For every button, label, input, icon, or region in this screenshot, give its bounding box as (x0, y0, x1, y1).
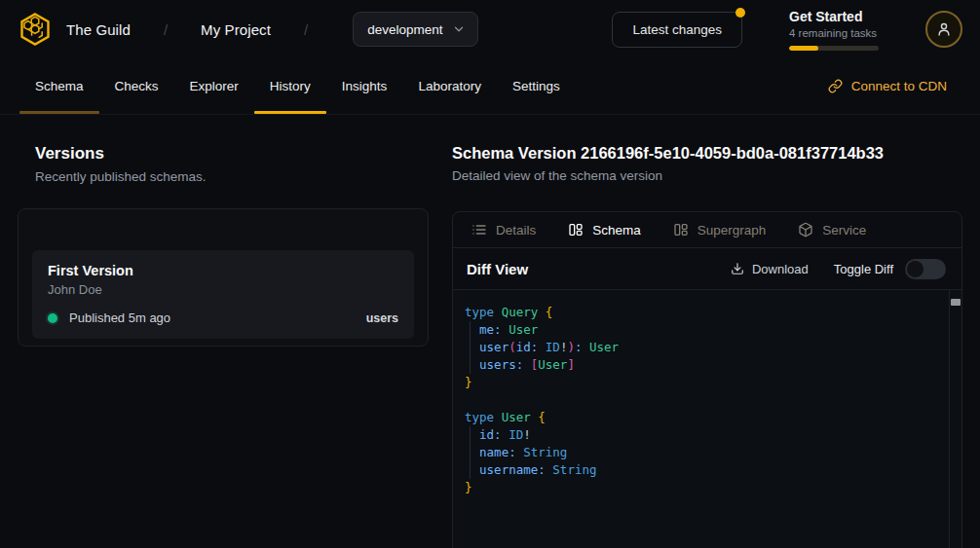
breadcrumb-separator: / (304, 21, 308, 38)
toggle-diff-switch[interactable] (905, 259, 946, 279)
version-name: First Version (48, 263, 398, 278)
version-card[interactable]: First Version John Doe Published 5m ago … (32, 250, 414, 339)
nav-tab-label: Schema (35, 79, 84, 93)
detail-tab-service[interactable]: Service (798, 222, 866, 237)
target-selector[interactable]: development (353, 12, 478, 47)
breadcrumb-separator: / (164, 21, 168, 38)
code-line: } (465, 479, 950, 496)
detail-tabs: DetailsSchemaSupergraphService (453, 212, 961, 248)
toggle-diff-label: Toggle Diff (834, 262, 893, 276)
get-started-progressbar (789, 46, 879, 51)
link-icon (828, 79, 843, 93)
connect-to-cdn-label: Connect to CDN (851, 79, 947, 93)
nav-tab-label: Checks (115, 79, 159, 93)
versions-title: Versions (35, 144, 429, 164)
code-line: type Query { (465, 304, 950, 321)
indent-guide (470, 321, 471, 374)
nav-tab-laboratory[interactable]: Laboratory (402, 58, 497, 114)
latest-changes-label: Latest changes (632, 22, 722, 37)
connect-to-cdn-button[interactable]: Connect to CDN (828, 79, 947, 93)
layout-icon (568, 222, 584, 237)
version-author: John Doe (48, 282, 398, 297)
detail-tab-supergraph[interactable]: Supergraph (673, 222, 767, 237)
app-header: The Guild / My Project / development Lat… (0, 0, 980, 58)
code-scrollbar-track (949, 290, 950, 548)
code-line: name: String (465, 444, 950, 461)
notification-dot (735, 8, 745, 18)
hive-logo-icon[interactable] (18, 12, 53, 47)
target-selector-value: development (367, 22, 442, 37)
get-started-progress-fill (789, 46, 818, 51)
code-line: users: [User] (465, 356, 950, 374)
nav-tab-explorer[interactable]: Explorer (174, 58, 254, 114)
detail-tab-details[interactable]: Details (471, 222, 536, 237)
versions-subtitle: Recently published schemas. (35, 169, 429, 184)
code-line: me: User (465, 321, 950, 339)
version-status: Published 5m ago (69, 311, 170, 325)
code-line: user(id: ID!): User (465, 339, 950, 356)
active-tab-underline (254, 111, 326, 114)
active-tab-underline (19, 111, 99, 114)
detail-tab-label: Supergraph (697, 223, 767, 237)
nav-tab-label: Insights (342, 79, 388, 93)
nav-tabs: SchemaChecksExplorerHistoryInsightsLabor… (19, 58, 576, 114)
code-line (465, 391, 950, 409)
header-right-group: Latest changes Get Started 4 remaining t… (612, 9, 962, 51)
detail-tab-label: Schema (592, 223, 641, 237)
schema-version-panel: DetailsSchemaSupergraphService Diff View… (452, 211, 962, 548)
indent-guide (470, 426, 471, 479)
schema-version-title: Schema Version 2166196f-5e10-4059-bd0a-0… (452, 144, 962, 163)
published-status-icon (48, 313, 57, 323)
breadcrumb-org[interactable]: The Guild (66, 21, 131, 38)
version-detail-column: Schema Version 2166196f-5e10-4059-bd0a-0… (452, 115, 980, 548)
code-line: id: ID! (465, 426, 950, 444)
code-scrollbar-thumb[interactable] (951, 299, 961, 306)
chevron-down-icon (452, 22, 466, 36)
schema-version-subtitle: Detailed view of the schema version (452, 168, 962, 183)
code-line: username: String (465, 461, 950, 479)
versions-column: Versions Recently published schemas. Fir… (0, 115, 452, 548)
main-content: Versions Recently published schemas. Fir… (0, 115, 980, 548)
download-icon (731, 262, 744, 275)
version-service-badge: users (366, 311, 398, 325)
nav-tab-label: Laboratory (418, 79, 481, 93)
diff-view-toolbar: Diff View Download Toggle Diff (453, 248, 961, 290)
breadcrumb: The Guild / My Project / development (18, 12, 478, 47)
nav-tab-insights[interactable]: Insights (326, 58, 403, 114)
diff-view-title: Diff View (467, 261, 528, 277)
detail-tab-label: Details (496, 223, 536, 237)
get-started-subtitle: 4 remaining tasks (789, 27, 879, 39)
nav-tab-schema[interactable]: Schema (19, 58, 99, 114)
schema-code-block[interactable]: type Query { me: User user(id: ID!): Use… (453, 290, 961, 548)
person-icon (935, 20, 953, 38)
versions-list: First Version John Doe Published 5m ago … (18, 208, 429, 347)
detail-tab-schema[interactable]: Schema (568, 222, 641, 237)
nav-tab-settings[interactable]: Settings (497, 58, 576, 114)
layout-icon (673, 222, 689, 237)
download-label: Download (752, 262, 809, 276)
detail-tab-label: Service (822, 223, 866, 237)
nav-tab-label: Settings (512, 79, 560, 93)
nav-tab-history[interactable]: History (254, 58, 326, 114)
nav-tab-checks[interactable]: Checks (99, 58, 174, 114)
nav-tab-label: History (270, 79, 311, 93)
download-button[interactable]: Download (731, 262, 809, 276)
nav-tab-label: Explorer (190, 79, 239, 93)
toggle-knob (907, 261, 923, 277)
get-started-title: Get Started (789, 9, 879, 24)
breadcrumb-project[interactable]: My Project (201, 21, 271, 38)
get-started-widget[interactable]: Get Started 4 remaining tasks (789, 9, 879, 51)
list-icon (471, 222, 487, 237)
code-line: } (465, 374, 950, 391)
user-avatar[interactable] (925, 11, 962, 48)
nav-right: Connect to CDN (828, 58, 980, 114)
latest-changes-button[interactable]: Latest changes (612, 12, 742, 48)
main-nav: SchemaChecksExplorerHistoryInsightsLabor… (0, 58, 980, 115)
cube-icon (798, 222, 813, 237)
code-line: type User { (465, 409, 950, 426)
